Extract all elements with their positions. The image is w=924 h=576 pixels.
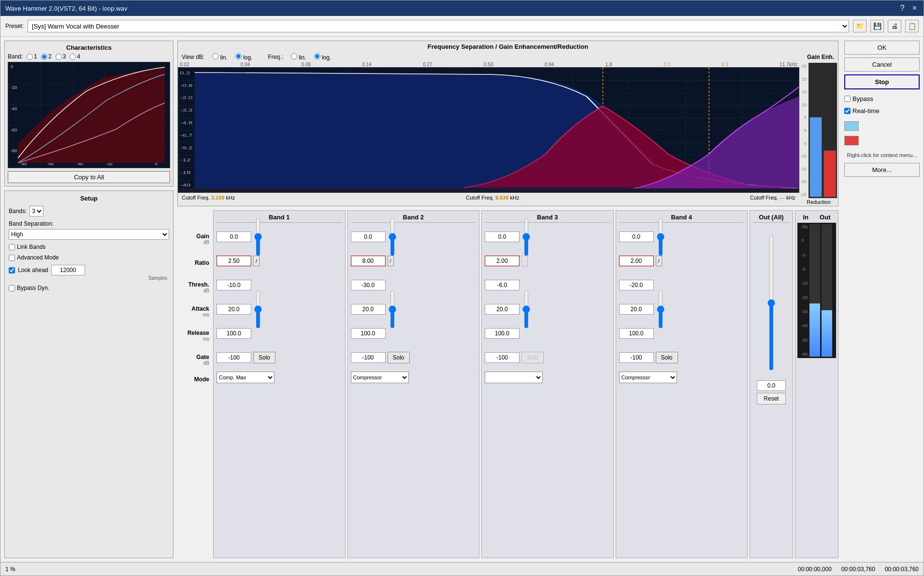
band3-thresh-input[interactable]: -6.0 [485, 280, 520, 290]
band1-solo-button[interactable]: Solo [253, 352, 275, 363]
band1-attack-slider[interactable] [253, 290, 263, 329]
band2-thresh-input[interactable]: -30.0 [351, 280, 386, 290]
mode-row-label: Mode [177, 372, 211, 387]
band2-attack-slider[interactable] [388, 290, 397, 329]
band4-solo-button[interactable]: Solo [656, 352, 678, 363]
band1-gain-input[interactable]: 0.0 [217, 231, 251, 242]
status-time3: 00:00:03,760 [885, 566, 919, 573]
band4-release-input[interactable]: 100.0 [619, 328, 654, 339]
band-4-radio[interactable] [70, 54, 76, 60]
status-bar: 1 % 00:00:00,000 00:00:03,760 00:00:03,7… [0, 562, 924, 576]
look-ahead-row: Look ahead 12000 [9, 265, 169, 275]
band4-gate-input[interactable]: -100 [619, 352, 654, 363]
band3-gate-input[interactable]: -100 [485, 352, 520, 363]
center-panel: Frequency Separation / Gain Enhancement/… [177, 41, 838, 558]
band3-ratio-slash-btn[interactable]: / [521, 256, 528, 266]
help-button[interactable]: ? [898, 4, 907, 13]
band2-gate-input[interactable]: -100 [351, 352, 386, 363]
band2-ratio-input[interactable]: 8.00 [351, 256, 386, 266]
band4-attack-input[interactable]: 20.0 [619, 304, 654, 315]
band3-attack-slider[interactable] [521, 290, 531, 329]
band1-mode-select[interactable]: Comp. Max Compressor Limiter [217, 372, 274, 383]
band2-solo-button[interactable]: Solo [388, 352, 410, 363]
preset-save-button[interactable]: 💾 [870, 20, 884, 32]
more-button[interactable]: More... [844, 163, 920, 177]
reset-button[interactable]: Reset [757, 393, 786, 404]
band1-thresh-row: -10.0 [217, 274, 342, 296]
band2-mode-select[interactable]: Compressor Comp. Max Limiter [351, 372, 409, 383]
band4-thresh-input[interactable]: -20.0 [619, 280, 654, 290]
advanced-mode-checkbox[interactable] [9, 255, 15, 261]
look-ahead-input[interactable]: 12000 [51, 265, 85, 275]
band2-ratio-slash-btn[interactable]: / [388, 256, 394, 266]
gain-row-label: Gain dB [177, 227, 211, 251]
band3-ratio-input[interactable]: 2.00 [485, 256, 520, 266]
freq-lin-radio[interactable] [291, 53, 297, 59]
band1-ratio-slash-btn[interactable]: / [253, 256, 260, 266]
stop-button[interactable]: Stop [844, 74, 920, 89]
band1-ratio-input[interactable]: 2.50 [217, 256, 251, 266]
band-2-radio[interactable] [41, 54, 47, 60]
band1-release-input[interactable]: 100.0 [217, 328, 251, 339]
out-all-value[interactable]: 0.0 [757, 380, 786, 391]
ok-button[interactable]: OK [844, 41, 920, 55]
svg-text:-20: -20 [11, 86, 17, 90]
bypass-dyn-checkbox[interactable] [9, 285, 15, 291]
look-ahead-checkbox[interactable] [9, 267, 15, 274]
band2-attack-row: 20.0 [351, 298, 476, 320]
band-sep-row: Band Separation: High Low Medium [9, 220, 169, 240]
band-1-radio[interactable] [27, 54, 33, 60]
band-2-label: 2 [41, 53, 52, 60]
band2-gain-input[interactable]: 0.0 [351, 231, 386, 242]
band1-gate-input[interactable]: -100 [217, 352, 251, 363]
view-log-radio[interactable] [235, 53, 242, 59]
link-bands-checkbox[interactable] [9, 244, 15, 250]
band4-ratio-slash-btn[interactable]: / [656, 256, 662, 266]
band2-gain-slider[interactable] [388, 217, 397, 256]
band1-gain-slider[interactable] [253, 217, 263, 256]
band-sep-select[interactable]: High Low Medium [9, 229, 169, 240]
meter-bar-red [823, 150, 836, 197]
out-all-slider[interactable] [766, 235, 777, 371]
band-3-radio[interactable] [56, 54, 62, 60]
bypass-checkbox[interactable] [844, 96, 851, 102]
band2-release-input[interactable]: 100.0 [351, 328, 386, 339]
band3-solo-button[interactable]: Solo [521, 352, 544, 363]
context-hint: Right-click for context menu... [844, 152, 920, 158]
band1-thresh-input[interactable]: -10.0 [217, 280, 251, 290]
freq-log-radio[interactable] [314, 53, 320, 59]
band4-gain-input[interactable]: 0.0 [619, 231, 654, 242]
preset-select[interactable]: [Sys] Warm Vocal with Deesser [28, 20, 849, 32]
band2-thresh-row: -30.0 [351, 274, 476, 296]
view-lin-radio[interactable] [212, 53, 218, 59]
band4-attack-slider[interactable] [656, 290, 665, 329]
view-lin-label: lin. [212, 53, 228, 61]
realtime-checkbox[interactable] [844, 108, 851, 114]
characteristics-title: Characteristics [8, 44, 170, 51]
band2-attack-input[interactable]: 20.0 [351, 304, 386, 315]
band3-release-input[interactable]: 100.0 [485, 328, 520, 339]
color-swatches [844, 121, 920, 131]
band3-gain-input[interactable]: 0.0 [485, 231, 520, 242]
bands-select[interactable]: 3 1 2 4 [29, 206, 43, 216]
copy-to-all-button[interactable]: Copy to All [8, 171, 170, 183]
bands-row: Bands: 3 1 2 4 [9, 206, 169, 216]
cancel-button[interactable]: Cancel [844, 58, 920, 72]
band4-gain-slider[interactable] [656, 217, 665, 256]
band3-release-row: 100.0 [485, 322, 610, 345]
band3-attack-input[interactable]: 20.0 [485, 304, 520, 315]
band3-ratio-row: 2.00 / [485, 250, 610, 272]
band3-gain-slider[interactable] [521, 217, 531, 256]
svg-text:-60: -60 [11, 128, 17, 132]
preset-paste-button[interactable]: 📋 [905, 20, 919, 32]
in-out-header: In Out [797, 214, 836, 221]
red-swatch [844, 136, 859, 145]
band1-attack-input[interactable]: 20.0 [217, 304, 251, 315]
preset-copy-button[interactable]: 🖨 [888, 20, 901, 32]
close-button[interactable]: × [910, 4, 919, 13]
band3-mode-select[interactable]: Compressor Comp. Max [485, 372, 543, 383]
gain-enh-label: Gain Enh. [807, 54, 834, 60]
band4-ratio-input[interactable]: 2.00 [619, 256, 654, 266]
band4-mode-select[interactable]: Compressor Comp. Max Limiter [619, 372, 677, 383]
preset-open-button[interactable]: 📁 [853, 20, 866, 32]
